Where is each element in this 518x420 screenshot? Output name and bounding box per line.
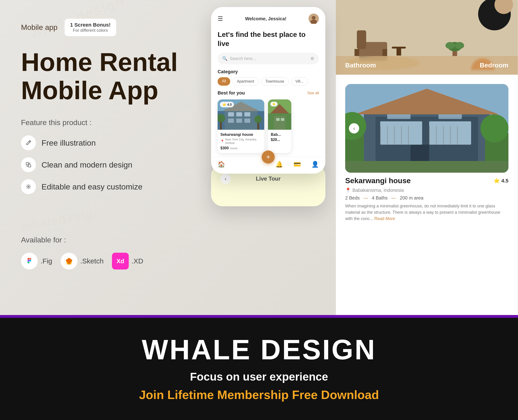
card-price-1: $300 /mont bbox=[220, 146, 261, 150]
phone-nav: 🏠 + 🔔 💳 👤 bbox=[211, 157, 325, 174]
pill-all[interactable]: All bbox=[218, 77, 230, 86]
detail-header: Sekarwangi house ⭐ 4.5 bbox=[345, 176, 508, 185]
svg-rect-64 bbox=[408, 126, 409, 145]
property-detail: ‹ Sekarwangi house ⭐ 4.5 📍 Babakansirna,… bbox=[336, 75, 518, 315]
bfy-label: Best for you bbox=[218, 90, 245, 96]
detail-image-bg bbox=[345, 84, 508, 173]
svg-point-12 bbox=[312, 16, 316, 20]
rating-value-1: 4.5 bbox=[227, 103, 232, 106]
property-card-1[interactable]: ⭐ 4.5 Sekarwangi house 📍 New York City, … bbox=[218, 99, 264, 153]
star-icon-1: ⭐ bbox=[222, 103, 226, 106]
svg-marker-9 bbox=[66, 258, 72, 264]
tool-sketch: .Sketch bbox=[61, 253, 104, 270]
design-icon bbox=[21, 157, 36, 172]
tools-row: .Fig .Sketch Xd .XD bbox=[21, 253, 180, 270]
feature-item-2: Clean and modern design bbox=[21, 157, 180, 172]
detail-star-icon: ⭐ bbox=[494, 178, 500, 184]
detail-nav-button[interactable]: ‹ bbox=[349, 123, 359, 134]
phone-heading: Let's find the best place to live bbox=[218, 30, 319, 48]
search-icon: 🔍 bbox=[222, 56, 227, 61]
svg-rect-66 bbox=[436, 126, 437, 145]
search-bar[interactable]: 🔍 Search here... ⚙ bbox=[218, 53, 319, 64]
card-name-1: Sekarwangi house bbox=[220, 133, 261, 137]
welcome-text: Welcome, Jessica! bbox=[245, 16, 287, 22]
right-panel: Bathroom Bedroom bbox=[336, 0, 518, 315]
filter-icon[interactable]: ⚙ bbox=[311, 56, 314, 61]
search-placeholder: Search here... bbox=[230, 56, 308, 61]
svg-rect-6 bbox=[28, 262, 30, 263]
nav-card-icon[interactable]: 💳 bbox=[293, 161, 301, 168]
xd-icon: Xd bbox=[112, 253, 129, 270]
brand-title: WHALE DESIGN bbox=[142, 333, 376, 366]
best-for-you-header: Best for you See all bbox=[211, 90, 325, 99]
svg-rect-65 bbox=[429, 126, 429, 145]
nav-person-icon[interactable]: 👤 bbox=[311, 161, 319, 168]
pill-villa[interactable]: Vill... bbox=[291, 77, 308, 86]
hamburger-icon[interactable]: ☰ bbox=[218, 15, 223, 22]
bathroom-label: Bathroom bbox=[345, 62, 376, 69]
edit-icon bbox=[21, 135, 36, 150]
nav-fab-button[interactable]: + bbox=[262, 150, 275, 164]
nav-bell-icon[interactable]: 🔔 bbox=[275, 161, 283, 168]
svg-rect-19 bbox=[244, 112, 250, 116]
rating-badge-2: ⭐ bbox=[270, 102, 278, 106]
detail-rating: ⭐ 4.5 bbox=[494, 178, 508, 184]
card-location-1: 📍 New York City, Amerika Serikat bbox=[220, 138, 261, 145]
card-price-2: $20... bbox=[271, 138, 289, 142]
svg-rect-39 bbox=[355, 49, 359, 56]
svg-rect-69 bbox=[457, 126, 458, 145]
room-labels-bar: Bathroom Bedroom bbox=[336, 56, 518, 75]
watermark-bottom: whaledesign bbox=[21, 192, 180, 233]
svg-rect-33 bbox=[276, 118, 280, 121]
category-pills: All Apartment Townhouse Vill... bbox=[218, 77, 319, 86]
detail-name: Sekarwangi house bbox=[345, 176, 411, 185]
svg-rect-17 bbox=[228, 112, 234, 116]
top-section: Mobile app 1 Screen Bonus! For different… bbox=[0, 0, 518, 315]
phone-header: ☰ Welcome, Jessica! bbox=[211, 7, 325, 28]
rating-badge-1: ⭐ 4.5 bbox=[220, 102, 234, 107]
features-title: Feature this product : bbox=[21, 118, 180, 127]
svg-rect-41 bbox=[392, 47, 406, 49]
read-more-link[interactable]: Read More bbox=[374, 216, 395, 221]
pill-townhouse[interactable]: Townhouse bbox=[261, 77, 289, 86]
svg-rect-63 bbox=[401, 126, 402, 145]
svg-rect-18 bbox=[236, 112, 242, 116]
live-tour-label: Live Tour bbox=[256, 175, 281, 182]
svg-rect-4 bbox=[30, 258, 31, 260]
svg-rect-21 bbox=[236, 119, 242, 123]
svg-point-2 bbox=[28, 186, 29, 187]
svg-rect-0 bbox=[26, 162, 29, 165]
phone-mockup-1: ☰ Welcome, Jessica! Let's find the bbox=[211, 7, 325, 174]
detail-description: When imagining a minimalist greenhouse, … bbox=[345, 203, 508, 222]
customize-icon bbox=[21, 179, 36, 194]
xd-label: .XD bbox=[132, 257, 143, 265]
category-label: Category bbox=[218, 69, 319, 75]
svg-rect-67 bbox=[443, 126, 444, 145]
phone-screen: ☰ Welcome, Jessica! Let's find the bbox=[211, 7, 325, 174]
svg-rect-38 bbox=[357, 30, 366, 49]
detail-info: Sekarwangi house ⭐ 4.5 📍 Babakansirna, I… bbox=[345, 176, 508, 222]
brand-subtitle: Focus on user experience bbox=[190, 370, 328, 383]
svg-point-73 bbox=[481, 114, 508, 142]
cards-row: ⭐ 4.5 Sekarwangi house 📍 New York City, … bbox=[211, 99, 325, 157]
pill-apartment[interactable]: Apartment bbox=[233, 77, 259, 86]
figma-icon bbox=[21, 253, 38, 270]
tour-nav-button[interactable]: ‹ bbox=[220, 174, 231, 184]
property-card-2[interactable]: ⭐ Bab... $20... bbox=[268, 99, 291, 153]
svg-point-45 bbox=[445, 42, 455, 49]
svg-rect-60 bbox=[380, 126, 381, 145]
svg-rect-61 bbox=[387, 126, 388, 145]
card-name-2: Bab... bbox=[271, 133, 289, 137]
svg-rect-68 bbox=[450, 126, 451, 145]
detail-location: 📍 Babakansirna, Indonesia bbox=[345, 187, 508, 193]
svg-rect-62 bbox=[394, 126, 395, 145]
brand-cta: Join Lifetime Membership Free Download bbox=[139, 388, 379, 402]
bottom-section: WHALE DESIGN Focus on user experience Jo… bbox=[0, 315, 518, 420]
purple-accent-line bbox=[0, 315, 518, 318]
nav-home-icon[interactable]: 🏠 bbox=[218, 161, 225, 168]
tool-xd: Xd .XD bbox=[112, 253, 143, 270]
see-all-link[interactable]: See all bbox=[307, 91, 319, 95]
middle-panel: ☰ Welcome, Jessica! Let's find the bbox=[200, 0, 336, 315]
location-pin-icon: 📍 bbox=[345, 187, 351, 193]
avatar bbox=[309, 14, 319, 24]
